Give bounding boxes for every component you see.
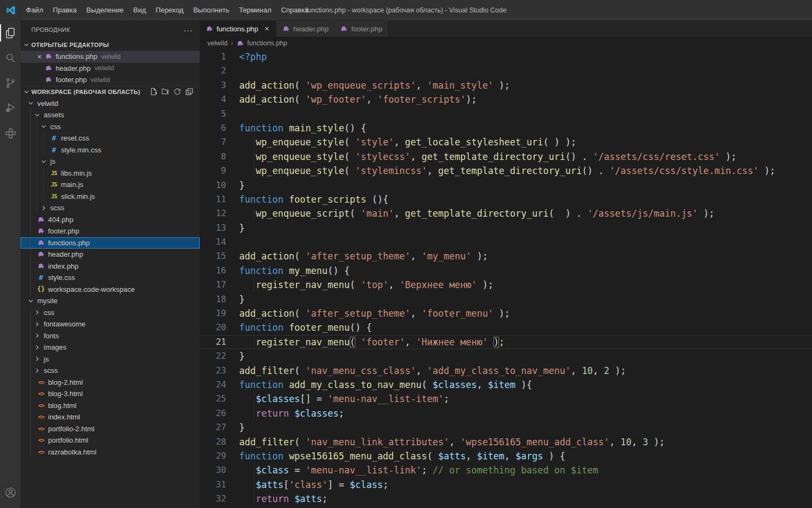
indent-guide	[30, 202, 31, 214]
tree-item[interactable]: css	[21, 121, 200, 133]
code-line[interactable]: 30 $class = 'menu-nav__list-link'; // or…	[200, 463, 812, 477]
tree-item[interactable]: assets	[21, 109, 200, 121]
tree-item[interactable]: <>blog-2.html	[21, 377, 200, 389]
tree-item[interactable]: footer.php	[21, 225, 200, 237]
code-line[interactable]: 22}	[200, 349, 812, 363]
code-line[interactable]: 18}	[200, 292, 812, 306]
indent-guide	[30, 168, 31, 179]
extensions-icon[interactable]	[0, 120, 21, 145]
tree-item[interactable]: js	[21, 353, 200, 365]
code-line[interactable]: 20function footer_menu() {	[200, 320, 812, 335]
tree-item[interactable]: <>razrabotka.html	[21, 446, 200, 458]
search-icon[interactable]	[0, 45, 21, 70]
menu-item[interactable]: Файл	[21, 3, 48, 17]
open-editor-item[interactable]: footer.phpvelwild	[21, 74, 200, 86]
tree-item[interactable]: js	[21, 156, 200, 168]
new-file-icon[interactable]	[150, 88, 158, 97]
run-debug-icon[interactable]	[0, 95, 21, 120]
tab-header.php[interactable]: header.php	[276, 21, 334, 37]
tree-item[interactable]: mysite	[21, 295, 200, 307]
menu-item[interactable]: Выделение	[82, 3, 128, 17]
code-line[interactable]: 5	[200, 107, 812, 121]
refresh-icon[interactable]	[173, 88, 181, 97]
tree-item[interactable]: JSlibs.min.js	[21, 168, 200, 179]
menu-item[interactable]: Вид	[128, 3, 151, 17]
code-line[interactable]: 17 register_nav_menu( 'top', 'Верхнее ме…	[200, 278, 812, 292]
code-line[interactable]: 21 register_nav_menu( 'footer', 'Нижнее …	[200, 335, 812, 349]
menu-item[interactable]: Терминал	[234, 3, 276, 17]
tree-item[interactable]: velwild	[21, 98, 200, 110]
close-icon[interactable]: ×	[263, 24, 270, 33]
account-icon[interactable]	[0, 480, 21, 505]
code-line[interactable]: 29function wpse156165_menu_add_class( $a…	[200, 449, 812, 463]
tree-item[interactable]: {}workspace.code-workspace	[21, 284, 200, 296]
tree-item[interactable]: <>blog.html	[21, 400, 200, 412]
tree-item[interactable]: #reset.css	[21, 132, 200, 144]
open-editor-item[interactable]: ×functions.phpvelwild	[21, 51, 200, 63]
code-line[interactable]: 16function my_menu() {	[200, 264, 812, 278]
tree-item[interactable]: JSslick.min.js	[21, 191, 200, 203]
code-line[interactable]: 11function footer_scripts (){	[200, 192, 812, 206]
menu-item[interactable]: Справка	[276, 3, 314, 17]
tree-item[interactable]: scss	[21, 202, 200, 214]
tree-item[interactable]: <>blog-3.html	[21, 388, 200, 400]
tree-item[interactable]: scss	[21, 365, 200, 377]
workspace-section-header[interactable]: WORKSPACE (РАБОЧАЯ ОБЛАСТЬ)	[21, 86, 200, 98]
menu-item[interactable]: Переход	[151, 3, 188, 17]
tree-item[interactable]: #style.min.css	[21, 144, 200, 156]
collapse-all-icon[interactable]	[185, 88, 193, 97]
tab-functions.php[interactable]: functions.php×	[200, 21, 276, 37]
code-line[interactable]: 13}	[200, 221, 812, 235]
explorer-icon[interactable]	[0, 21, 21, 45]
menu-item[interactable]: Правка	[48, 3, 82, 17]
open-editors-header[interactable]: ОТКРЫТЫЕ РЕДАКТОРЫ	[21, 39, 200, 51]
code-line[interactable]: 32 return $atts;	[200, 492, 812, 506]
code-text: function wpse156165_menu_add_class( $att…	[239, 449, 565, 463]
code-line[interactable]: 25 $classes[] = 'menu-nav__list-item';	[200, 392, 812, 406]
close-icon[interactable]: ×	[35, 52, 44, 61]
tree-item[interactable]: css	[21, 307, 200, 319]
code-line[interactable]: 4add_action( 'wp_footer', 'footer_script…	[200, 92, 812, 106]
code-line[interactable]: 12 wp_enqueue_script( 'main', get_templa…	[200, 206, 812, 220]
explorer-more-actions-icon[interactable]: ···	[184, 25, 193, 35]
breadcrumb-folder[interactable]: velwild	[207, 39, 228, 47]
code-line[interactable]: 15add_action( 'after_setup_theme', 'my_m…	[200, 249, 812, 263]
tree-item[interactable]: JSmain.js	[21, 179, 200, 191]
code-line[interactable]: 24function add_my_class_to_nav_menu( $cl…	[200, 378, 812, 392]
code-line[interactable]: 9 wp_enqueue_style( 'stylemincss', get_t…	[200, 164, 812, 178]
code-line[interactable]: 28add_filter( 'nav_menu_link_attributes'…	[200, 435, 812, 449]
code-line[interactable]: 14	[200, 235, 812, 249]
breadcrumb-file[interactable]: functions.php	[247, 39, 287, 47]
code-line[interactable]: 7 wp_enqueue_style( 'style', get_locale_…	[200, 135, 812, 149]
tab-footer.php[interactable]: footer.php	[334, 21, 388, 37]
code-line[interactable]: 26 return $classes;	[200, 406, 812, 420]
js-icon: JS	[50, 182, 58, 188]
code-line[interactable]: 19add_action( 'after_setup_theme', 'foot…	[200, 306, 812, 320]
tree-item[interactable]: functions.php	[21, 237, 200, 249]
tree-item[interactable]: 404.php	[21, 214, 200, 226]
breadcrumb[interactable]: velwild › functions.php	[200, 37, 812, 50]
code-line[interactable]: 31 $atts['class'] = $class;	[200, 478, 812, 492]
code-line[interactable]: 6function main_style() {	[200, 121, 812, 135]
code-line[interactable]: 8 wp_enqueue_style( 'stylecss', get_temp…	[200, 150, 812, 164]
code-line[interactable]: 10}	[200, 178, 812, 192]
new-folder-icon[interactable]	[161, 88, 170, 97]
tree-item[interactable]: <>index.html	[21, 411, 200, 423]
tree-item[interactable]: index.php	[21, 260, 200, 272]
open-editor-item[interactable]: header.phpvelwild	[21, 63, 200, 75]
tree-item[interactable]: header.php	[21, 249, 200, 260]
code-line[interactable]: 27}	[200, 420, 812, 435]
tree-item[interactable]: images	[21, 342, 200, 353]
tree-item[interactable]: <>portfolio-2.html	[21, 423, 200, 435]
tree-item[interactable]: <>portfolio.html	[21, 435, 200, 446]
menu-item[interactable]: Выполнить	[188, 3, 234, 17]
code-line[interactable]: 3add_action( 'wp_enqueue_scripts', 'main…	[200, 78, 812, 92]
tree-item[interactable]: fontawesome	[21, 318, 200, 330]
code-line[interactable]: 23add_filter( 'nav_menu_css_class', 'add…	[200, 364, 812, 378]
code-line[interactable]: 2	[200, 64, 812, 78]
source-control-icon[interactable]	[0, 70, 21, 95]
code-editor[interactable]: 1<?php23add_action( 'wp_enqueue_scripts'…	[200, 50, 812, 508]
tree-item[interactable]: fonts	[21, 330, 200, 342]
code-line[interactable]: 1<?php	[200, 50, 812, 64]
tree-item[interactable]: #style.css	[21, 272, 200, 284]
